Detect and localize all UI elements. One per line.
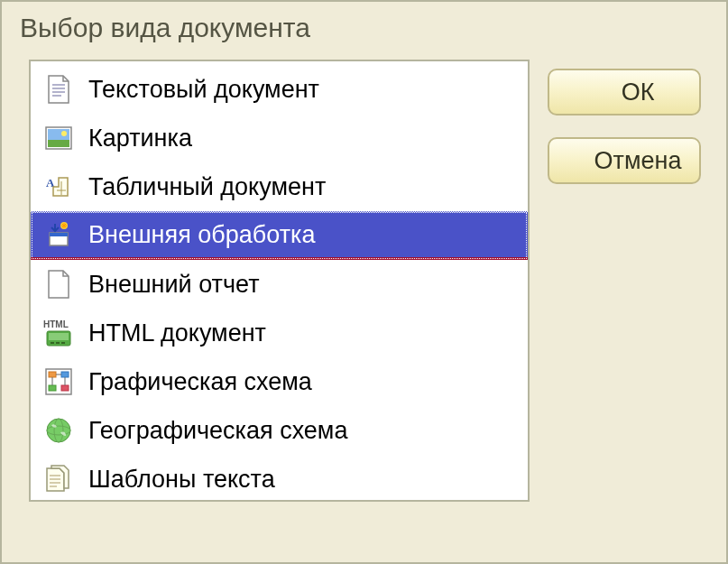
list-item-html-document[interactable]: HTML HTML документ	[31, 309, 528, 357]
svg-rect-24	[49, 385, 56, 391]
picture-icon	[43, 123, 74, 153]
external-processing-icon	[43, 219, 74, 250]
geographic-schema-icon	[43, 415, 74, 446]
content-area: Текстовый документ Картинка A	[2, 51, 726, 511]
list-item-label: Табличный документ	[88, 173, 326, 201]
svg-rect-19	[56, 342, 60, 344]
document-type-list[interactable]: Текстовый документ Картинка A	[29, 60, 530, 502]
list-item-external-processing[interactable]: Внешняя обработка	[31, 211, 528, 260]
list-item-spreadsheet[interactable]: A a Табличный документ	[31, 162, 528, 211]
svg-rect-6	[48, 140, 69, 147]
list-item-label: HTML документ	[88, 319, 266, 347]
svg-point-7	[61, 131, 67, 136]
list-item-text-document[interactable]: Текстовый документ	[31, 65, 528, 114]
svg-rect-25	[61, 385, 69, 391]
svg-text:HTML: HTML	[43, 319, 69, 329]
cancel-button[interactable]: Отмена	[548, 137, 701, 184]
dialog-title: Выбор вида документа	[2, 2, 726, 51]
text-document-icon	[43, 74, 74, 105]
svg-rect-20	[61, 342, 65, 344]
button-panel: ОК Отмена	[548, 60, 701, 502]
list-item-label: Внешняя обработка	[88, 221, 315, 249]
list-item-text-templates[interactable]: Шаблоны текста	[31, 455, 528, 504]
svg-rect-18	[51, 342, 54, 344]
document-type-dialog: Выбор вида документа Текстовый документ	[0, 0, 728, 564]
list-item-label: Внешний отчет	[88, 271, 260, 299]
list-item-geographic-schema[interactable]: Географическая схема	[31, 406, 528, 455]
html-document-icon: HTML	[43, 318, 74, 348]
list-item-picture[interactable]: Картинка	[31, 114, 528, 162]
external-report-icon	[43, 269, 74, 300]
list-item-label: Картинка	[88, 125, 192, 153]
svg-point-29	[47, 419, 70, 442]
spreadsheet-icon: A a	[43, 171, 74, 202]
list-item-label: Географическая схема	[88, 417, 347, 445]
list-item-label: Шаблоны текста	[88, 466, 275, 494]
svg-rect-23	[61, 372, 69, 377]
svg-rect-17	[49, 333, 69, 340]
ok-button[interactable]: ОК	[548, 69, 701, 116]
svg-rect-22	[49, 372, 56, 377]
list-item-label: Графическая схема	[88, 368, 312, 396]
list-item-graphic-schema[interactable]: Графическая схема	[31, 357, 528, 406]
list-item-external-report[interactable]: Внешний отчет	[31, 260, 528, 309]
text-templates-icon	[43, 464, 74, 495]
graphic-schema-icon	[43, 366, 74, 397]
list-item-label: Текстовый документ	[88, 76, 319, 104]
svg-rect-13	[50, 233, 68, 236]
